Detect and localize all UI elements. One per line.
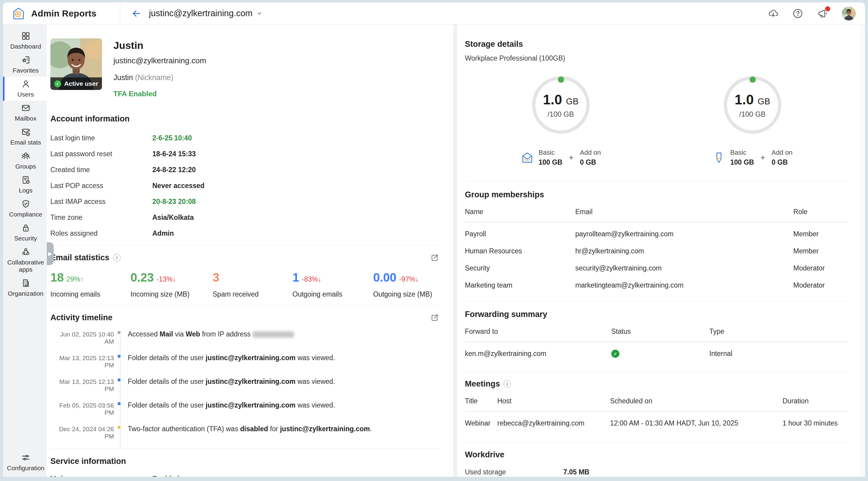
groups-icon — [21, 151, 31, 161]
sidebar-spacer — [3, 299, 47, 450]
admin-reports-logo-icon — [11, 6, 26, 21]
redacted-ip-address — [252, 331, 294, 338]
sidebar-item-organization[interactable]: Organization — [3, 276, 47, 299]
sidebar-item-logs[interactable]: Logs — [3, 173, 47, 197]
info-row: Time zoneAsia/Kolkata — [51, 210, 439, 225]
topbar: Admin Reports justinc@zylkertraining.com — [3, 2, 865, 25]
workdrive-storage-gauge: 1.0 GB /100 GB Basic100 GB + Add on0 GB — [656, 76, 848, 166]
info-row: Last POP accessNever accessed — [51, 178, 439, 194]
section-title: Group memberships — [465, 190, 848, 199]
account-avatar[interactable] — [842, 6, 856, 21]
dashboard-icon — [21, 31, 31, 41]
chevron-down-icon — [257, 11, 262, 16]
usage-dot — [558, 76, 564, 83]
stat-outgoing-emails: 1-83%↓ Outgoing emails — [292, 271, 373, 298]
info-icon[interactable]: i — [504, 380, 511, 388]
section-title: Workdrive — [465, 450, 848, 459]
table-row: Webinarrebecca@zylkertraining.com12:00 A… — [465, 415, 848, 432]
section-title: Activity timeline — [51, 313, 113, 322]
info-row: Used storage7.05 MB — [465, 464, 848, 477]
section-title: Forwarding summary — [465, 310, 848, 319]
user-detail-panel: ✓ Active user Justin justinc@zylkertrain… — [47, 25, 454, 477]
sidebar-item-email-stats[interactable]: Email stats — [3, 125, 47, 149]
meetings-section: Meetings i TitleHostScheduled onDuration… — [465, 379, 848, 432]
section-title: Storage details — [465, 40, 848, 49]
right-scrollbar[interactable] — [861, 25, 865, 477]
timeline-entry: Jun 02, 2025 10:40 AM Accessed Mail via … — [51, 330, 439, 345]
external-link-icon[interactable] — [430, 253, 439, 262]
stat-spam-received: 3 Spam received — [213, 271, 292, 298]
stat-incoming-emails: 1829%↑ Incoming emails — [51, 271, 130, 298]
table-row: ken.m@zylkertraining.com ✓ Internal — [465, 345, 848, 362]
table-row: Marketing teammarketingteam@zylkertraini… — [465, 277, 848, 294]
storage-ring: 1.0 GB /100 GB — [724, 76, 781, 134]
verified-status-icon: ✓ — [611, 350, 619, 358]
help-icon[interactable] — [793, 8, 803, 19]
info-row: Roles assignedAdmin — [51, 225, 439, 242]
app-window: Admin Reports justinc@zylkertraining.com — [3, 2, 865, 477]
mailbox-icon — [21, 103, 31, 113]
user-usage-panel: Storage details Workplace Professional (… — [457, 25, 865, 477]
back-button[interactable] — [130, 7, 143, 20]
plan-name: Workplace Professional (100GB) — [465, 54, 848, 62]
chevron-right-icon: ▶ — [48, 250, 53, 257]
section-divider — [465, 371, 848, 372]
organization-icon — [21, 278, 31, 288]
table-header: NameEmailRole — [465, 208, 848, 223]
sidebar-item-compliance[interactable]: Compliance — [3, 197, 47, 221]
mail-storage-gauge: 1.0 GB /100 GB Basic100 GB + Add on0 — [465, 76, 656, 166]
sidebar-item-security[interactable]: Security — [3, 221, 47, 245]
security-icon — [21, 223, 31, 233]
sidebar: Dashboard Favorites Users Mailbox Email … — [3, 25, 47, 477]
selected-user-dropdown[interactable]: justinc@zylkertraining.com — [149, 8, 262, 18]
sidebar-item-dashboard[interactable]: Dashboard — [3, 29, 47, 53]
sidebar-item-collaborative-apps[interactable]: Collaborative apps — [3, 245, 47, 276]
section-title: Service information — [51, 457, 439, 466]
panel-gap — [454, 25, 457, 477]
group-memberships-section: Group memberships NameEmailRole Payrollp… — [465, 190, 848, 294]
timeline-entry: Feb 05, 2025 03:56 PM Folder details of … — [51, 401, 439, 416]
table-row: Securitysecurity@zylkertraining.comModer… — [465, 260, 848, 277]
status-badge: ✓ Active user — [51, 77, 102, 90]
timeline-list: Jun 02, 2025 10:40 AM Accessed Mail via … — [51, 330, 439, 440]
external-link-icon[interactable] — [430, 313, 439, 322]
profile-photo: ✓ Active user — [51, 38, 102, 90]
compliance-icon — [21, 199, 31, 209]
logs-icon — [21, 175, 31, 185]
workdrive-storage-icon — [712, 151, 725, 164]
configuration-icon — [21, 453, 31, 462]
mail-storage-icon — [521, 151, 534, 164]
timeline-entry: Mar 13, 2025 12:13 PM Folder details of … — [51, 354, 439, 369]
profile-info: Justin justinc@zylkertraining.com Justin… — [113, 38, 206, 98]
table-row: Payrollpayrollteam@zylkertraining.comMem… — [465, 225, 848, 243]
stat-incoming-size: 0.23-13%↓ Incoming size (MB) — [130, 271, 213, 298]
download-icon[interactable] — [768, 8, 779, 19]
table-header: Forward toStatusType — [465, 327, 848, 342]
sidebar-item-configuration[interactable]: Configuration — [3, 450, 47, 474]
workdrive-section: Workdrive Used storage7.05 MB No. of fil… — [465, 450, 848, 477]
section-divider — [465, 181, 848, 181]
timeline-marker — [118, 402, 121, 405]
info-icon[interactable]: i — [113, 254, 121, 261]
collaborative-apps-icon — [21, 247, 31, 257]
timeline-marker — [118, 379, 121, 381]
timeline-line — [120, 335, 121, 448]
announcements-icon[interactable] — [817, 8, 828, 19]
email-statistics-section: Email statistics i 1829%↑ Incoming email… — [51, 253, 439, 298]
info-row: Last password reset18-6-24 15:33 — [51, 146, 439, 162]
sidebar-item-mailbox[interactable]: Mailbox — [3, 101, 47, 125]
timeline-entry: Mar 13, 2025 12:13 PM Folder details of … — [51, 378, 439, 392]
sidebar-item-users[interactable]: Users — [3, 77, 47, 101]
user-nickname: Justin (Nickname) — [113, 73, 206, 82]
info-row: Created time24-8-22 12:20 — [51, 162, 439, 178]
sidebar-item-favorites[interactable]: Favorites — [3, 53, 47, 77]
table-row: Human Resourceshr@zylkertraining.comMemb… — [465, 243, 848, 260]
notification-badge — [825, 6, 830, 11]
profile-section: ✓ Active user Justin justinc@zylkertrain… — [51, 38, 439, 98]
activity-timeline-section: Activity timeline Jun 02, 2025 10:40 AM … — [51, 313, 439, 440]
sidebar-item-groups[interactable]: Groups — [3, 149, 47, 173]
info-row: Last IMAP access20-8-23 20:08 — [51, 194, 439, 210]
sidebar-collapse-handle[interactable]: ▶ — [47, 242, 54, 265]
email-stats-icon — [21, 127, 31, 137]
section-divider — [51, 245, 439, 245]
